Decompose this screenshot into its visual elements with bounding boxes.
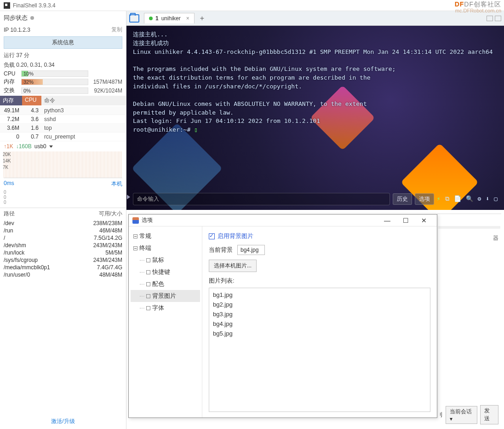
proc-row[interactable]: 3.6M1.6top <box>0 124 126 133</box>
options-tree[interactable]: 常规 终端 鼠标 快捷键 配色 背景图片 字体 <box>129 226 202 417</box>
tab-add-button[interactable]: + <box>195 12 209 24</box>
mem-label: 内存 <box>4 78 19 86</box>
copy-link[interactable]: 复制 <box>111 26 122 34</box>
image-list-item[interactable]: bg5.jpg <box>212 329 427 338</box>
maximize-button[interactable]: ☐ <box>396 217 415 224</box>
history-button[interactable]: 历史 <box>393 193 412 205</box>
sync-label: 同步状态 <box>4 14 28 22</box>
app-title: FinalShell 3.9.3.4 <box>13 2 56 9</box>
net-iface[interactable]: usb0 <box>34 143 46 150</box>
path-row[interactable]: /run/user/048M/48M <box>0 271 126 278</box>
layout2-icon[interactable] <box>495 16 501 21</box>
image-list-label: 图片列表: <box>209 277 430 285</box>
folder-icon[interactable] <box>129 14 139 23</box>
path-row[interactable]: /dev/shm243M/243M <box>0 242 126 249</box>
load-text: 负载 0.20, 0.31, 0.34 <box>4 61 55 69</box>
bottom-strip: 器 刂 当前会话 ▾ 发送 <box>437 214 501 426</box>
current-bg-label: 当前背景 <box>209 246 233 254</box>
sync-dot-icon <box>30 16 34 20</box>
status-dot-icon <box>149 17 153 20</box>
dialog-title: 选项 <box>142 216 378 224</box>
path-row[interactable]: /7.5G/14.2G <box>0 234 126 242</box>
image-list-item[interactable]: bg2.jpg <box>212 300 427 309</box>
image-list-item[interactable]: bg4.jpg <box>212 319 427 329</box>
proc-header: 内存 CPU 命令 <box>0 95 126 106</box>
path-row[interactable]: /sys/fs/cgroup243M/243M <box>0 256 126 264</box>
cpu-bar: 10% <box>21 70 88 77</box>
path-row[interactable]: /dev238M/238M <box>0 220 126 227</box>
command-input[interactable]: 命令输入 <box>133 193 390 205</box>
latency-host[interactable]: 本机 <box>111 180 122 188</box>
minimize-button[interactable]: — <box>378 217 396 224</box>
proc-row[interactable]: 7.2M3.6sshd <box>0 115 126 124</box>
ip-text: IP 10.1.2.3 <box>4 27 30 33</box>
activate-link[interactable]: 激活/升级 <box>0 414 126 429</box>
watermark: DFDF创客社区 mc.DFRobot.com.cn <box>455 1 501 13</box>
latency-val: 0ms <box>4 180 14 188</box>
net-up: ↑1K <box>4 143 13 150</box>
session-button[interactable]: 当前会话 ▾ <box>446 406 477 424</box>
dropdown-icon[interactable] <box>49 145 53 148</box>
close-button[interactable]: ✕ <box>415 217 433 224</box>
layout-icon[interactable] <box>487 16 493 21</box>
tab-close-icon[interactable]: × <box>186 15 189 22</box>
java-icon <box>132 217 139 224</box>
proc-row[interactable]: 49.1M4.3python3 <box>0 106 126 115</box>
image-list[interactable]: bg1.jpgbg2.jpgbg3.jpgbg4.jpgbg5.jpg <box>209 288 430 412</box>
image-list-item[interactable]: bg1.jpg <box>212 290 427 300</box>
path-row[interactable]: /media/mmcblk0p17.4G/7.4G <box>0 264 126 271</box>
gear-icon[interactable]: ⚙ <box>478 195 481 203</box>
sysinfo-button[interactable]: 系统信息 <box>4 36 122 49</box>
net-down: ↓160B <box>16 143 32 150</box>
cpu-label: CPU <box>4 70 19 77</box>
choose-image-button[interactable]: 选择本机图片... <box>209 260 257 272</box>
path-row[interactable]: /run/lock5M/5M <box>0 249 126 256</box>
bolt-icon[interactable]: ⚡ <box>437 195 441 203</box>
download-icon[interactable]: ⬇ <box>486 195 489 203</box>
send-button[interactable]: 发送 <box>480 405 498 424</box>
image-list-item[interactable]: bg3.jpg <box>212 309 427 319</box>
swap-bar: 0% <box>21 87 88 94</box>
options-dialog: 选项 — ☐ ✕ 常规 终端 鼠标 快捷键 配色 背景图片 字体 启用背景图片 … <box>128 214 437 418</box>
swap-label: 交换 <box>4 87 19 94</box>
app-icon <box>4 2 10 9</box>
terminal[interactable]: 连接主机... 连接主机成功 Linux unihiker 4.4.143-67… <box>126 26 504 210</box>
path-row[interactable]: /run46M/48M <box>0 227 126 234</box>
search-icon[interactable]: 🔍 <box>466 195 473 203</box>
current-bg-value[interactable]: bg4.jpg <box>237 245 265 255</box>
runtime-text: 运行 37 分 <box>4 52 29 59</box>
paste-icon[interactable]: 📄 <box>454 195 461 203</box>
mem-bar: 32% <box>21 79 88 85</box>
fullscreen-icon[interactable]: ▢ <box>494 195 498 203</box>
proc-row[interactable]: 00.7rcu_preempt <box>0 133 126 141</box>
options-button[interactable]: 选项 <box>415 193 434 205</box>
net-chart <box>4 151 122 178</box>
tab-unihiker[interactable]: 1 unihiker × <box>144 13 195 23</box>
enable-bg-checkbox[interactable]: 启用背景图片 <box>209 232 430 240</box>
copy-icon[interactable]: ⧉ <box>445 195 449 203</box>
tree-bgimage: 背景图片 <box>131 290 200 302</box>
